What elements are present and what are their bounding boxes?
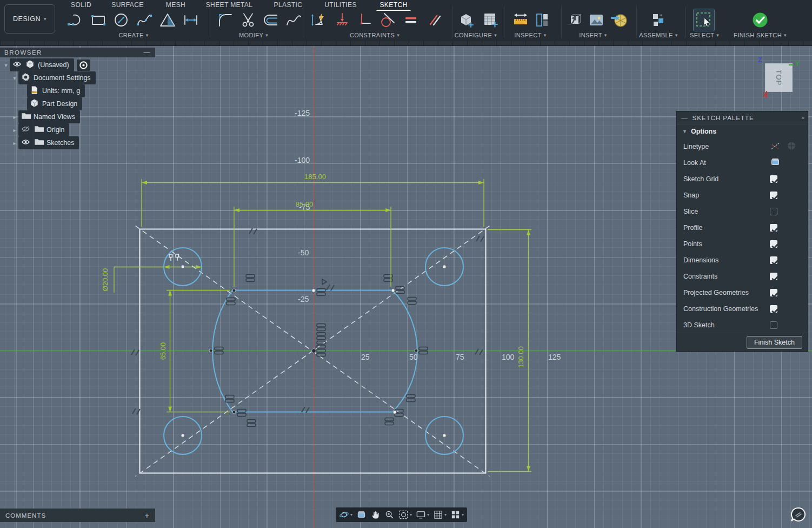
checkbox-checked[interactable] — [770, 289, 777, 296]
sketch-point[interactable] — [232, 289, 236, 292]
parallel-constraint-glyph[interactable] — [327, 285, 334, 291]
tangent-constraint-glyph[interactable] — [247, 420, 256, 427]
finish-sketch-icon[interactable] — [750, 9, 770, 31]
activate-component-radio[interactable] — [77, 60, 90, 71]
dimension-label-hole-diameter[interactable]: Ø20.00 — [101, 268, 109, 292]
viewcube-top-face[interactable]: TOP — [765, 63, 793, 92]
tangent-constraint-glyph[interactable] — [408, 298, 416, 305]
grid-settings-icon[interactable]: ▾ — [433, 510, 447, 520]
parallel-constraint-glyph[interactable] — [475, 349, 483, 355]
eye-icon[interactable] — [12, 59, 22, 71]
tangent-constraint-glyph[interactable] — [317, 289, 325, 296]
tangent-constraint-glyph[interactable] — [317, 324, 325, 331]
configuration-table-icon[interactable] — [480, 9, 500, 31]
sketch-point[interactable] — [415, 349, 418, 352]
dimension-label-height[interactable]: 130.00 — [517, 346, 525, 368]
chevron-right-icon[interactable]: ▸ — [11, 114, 18, 120]
insert-derive-icon[interactable] — [563, 9, 584, 31]
sketch-point[interactable] — [443, 265, 446, 268]
polygon-tool-icon[interactable] — [157, 9, 178, 31]
tab-utilities[interactable]: UTILITIES — [322, 1, 359, 9]
browser-row-sketches[interactable]: ▸Sketches — [0, 137, 155, 148]
tangent-constraint-icon[interactable] — [377, 9, 398, 31]
chevron-down-icon[interactable]: ▾ — [350, 512, 352, 517]
group-label-insert[interactable]: INSERT▾ — [579, 32, 607, 38]
browser-item-chip[interactable]: Origin — [18, 123, 69, 136]
eye-icon[interactable] — [21, 137, 31, 149]
group-label-assemble[interactable]: ASSEMBLE▾ — [639, 32, 677, 38]
configuration-icon[interactable] — [456, 9, 476, 31]
browser-item-chip[interactable]: Named Views — [18, 110, 80, 123]
pan-icon[interactable] — [370, 510, 381, 520]
chevron-down-icon[interactable]: ▾ — [11, 75, 18, 81]
group-label-modify[interactable]: MODIFY▾ — [239, 32, 268, 38]
zoom-icon[interactable] — [384, 510, 395, 520]
tab-mesh[interactable]: MESH — [164, 1, 188, 9]
checkbox-checked[interactable] — [770, 240, 777, 248]
sketch-point[interactable] — [393, 411, 396, 414]
browser-item-chip[interactable]: Document Settings — [18, 71, 96, 84]
sketch-point[interactable] — [181, 265, 184, 268]
insert-image-icon[interactable] — [586, 9, 607, 31]
browser-row--unsaved-[interactable]: ▾(Unsaved) — [0, 60, 155, 70]
group-label-configure[interactable]: CONFIGURE▾ — [455, 32, 497, 38]
browser-row-named-views[interactable]: ▸Named Views — [0, 111, 155, 122]
chevron-right-icon[interactable]: ▸ — [11, 127, 18, 133]
tab-surface[interactable]: SURFACE — [109, 1, 145, 9]
midpoint-constraint-glyph[interactable] — [322, 279, 327, 285]
parallel-constraint-glyph[interactable] — [132, 408, 140, 414]
assistant-bubble-icon[interactable] — [789, 506, 808, 524]
fillet-tool-icon[interactable] — [215, 9, 236, 31]
eye-off-icon[interactable] — [21, 124, 31, 136]
tangent-constraint-glyph[interactable] — [246, 275, 255, 282]
select-tool-icon[interactable] — [694, 9, 714, 31]
offset-tool-icon[interactable] — [261, 9, 281, 31]
look-at-icon[interactable] — [770, 157, 781, 169]
group-label-select[interactable]: SELECT▾ — [690, 32, 719, 38]
group-label-inspect[interactable]: INSPECT▾ — [514, 32, 546, 38]
distance-tool-icon[interactable] — [181, 9, 201, 31]
collapse-icon[interactable]: — — [144, 49, 151, 56]
checkbox-checked[interactable] — [770, 256, 777, 264]
browser-item-chip[interactable]: (Unsaved) — [10, 58, 74, 71]
dimension-label-slot-height[interactable]: 65.00 — [159, 342, 167, 360]
tangent-constraint-glyph[interactable] — [317, 341, 325, 348]
line-tool-icon[interactable] — [65, 9, 85, 31]
chevron-right-icon[interactable]: ▸ — [11, 140, 18, 146]
sketch-point[interactable] — [443, 434, 446, 437]
browser-item-chip[interactable]: Part Design — [27, 97, 82, 110]
browser-row-origin[interactable]: ▸Origin — [0, 124, 155, 135]
tangent-constraint-glyph[interactable] — [385, 418, 394, 425]
browser-row-part-design[interactable]: Part Design — [0, 98, 155, 109]
viewcube[interactable]: TOP Z Y X — [754, 53, 808, 107]
group-label-finish-sketch[interactable]: FINISH SKETCH▾ — [734, 32, 787, 38]
browser-header[interactable]: BROWSER — — [0, 48, 155, 57]
linetype-construction-icon[interactable] — [770, 141, 781, 153]
sketch-point[interactable] — [312, 289, 315, 292]
tangent-constraint-glyph[interactable] — [407, 395, 415, 402]
checkbox-checked[interactable] — [770, 224, 777, 232]
tangent-constraint-glyph[interactable] — [396, 287, 404, 294]
checkbox-checked[interactable] — [770, 175, 777, 183]
tangent-constraint-glyph[interactable] — [225, 395, 234, 402]
sketch-palette-header[interactable]: — SKETCH PALETTE » — [677, 111, 808, 124]
group-label-create[interactable]: CREATE▾ — [118, 32, 148, 38]
linetype-centerline-icon[interactable] — [786, 141, 797, 153]
rectangle-tool-icon[interactable] — [88, 9, 109, 31]
sketch-point[interactable] — [232, 411, 236, 414]
checkbox-checked[interactable] — [770, 192, 777, 199]
sketch-dimension-icon[interactable] — [308, 9, 329, 31]
chevron-down-icon[interactable]: ▾ — [444, 512, 447, 517]
orbit-icon[interactable]: ▾ — [339, 510, 352, 520]
finish-sketch-button[interactable]: Finish Sketch — [747, 336, 802, 349]
curve-tool-icon[interactable] — [283, 9, 304, 31]
browser-item-chip[interactable]: Units: mm, g — [27, 84, 85, 97]
parallel-constraint-icon[interactable] — [424, 9, 444, 31]
look-at-icon[interactable] — [356, 510, 367, 520]
coincident-constraint-icon[interactable] — [332, 9, 352, 31]
collapse-icon[interactable]: — — [681, 115, 688, 121]
spline-tool-icon[interactable] — [134, 9, 155, 31]
sketch-point[interactable] — [391, 289, 395, 292]
tab-solid[interactable]: SOLID — [69, 1, 94, 9]
browser-row-units-mm-g[interactable]: Units: mm, g — [0, 85, 155, 96]
